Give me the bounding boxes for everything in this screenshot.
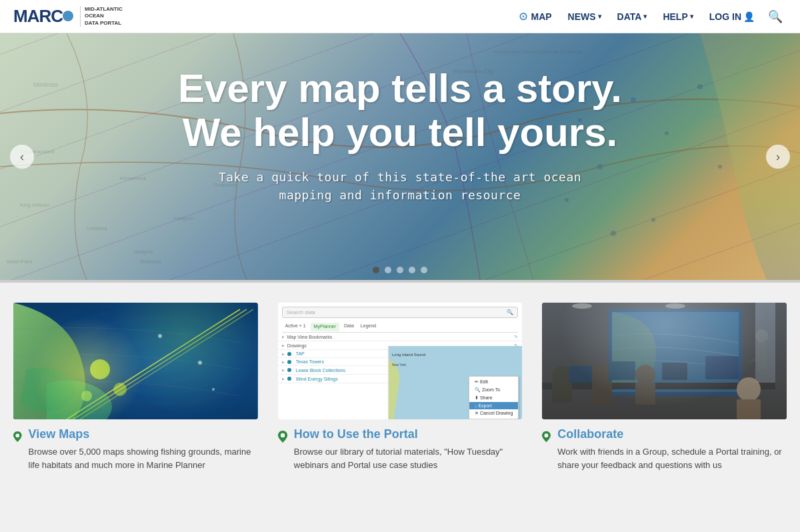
nav-map-label: MAP (531, 11, 551, 22)
svg-text:New York: New York (392, 363, 407, 367)
svg-line-31 (80, 309, 253, 419)
nav-login-label: LOG IN (709, 11, 741, 22)
feature-image-maps (13, 303, 258, 419)
feature-title-portal: How to Use the Portal (294, 427, 523, 441)
features-grid: View Maps Browse over 5,000 maps showing… (13, 303, 787, 471)
map-pin-collaborate (542, 427, 551, 446)
feature-desc-portal: Browse our library of tutorial materials… (294, 445, 523, 471)
svg-point-33 (198, 361, 202, 365)
svg-point-62 (545, 433, 549, 437)
carousel-prev-button[interactable]: ‹ (10, 145, 34, 169)
map-pin-portal (278, 427, 287, 446)
ui-tab-data: Data (341, 322, 357, 332)
search-button[interactable]: 🔍 (764, 5, 787, 28)
svg-text:Mathews: Mathews (140, 259, 161, 265)
main-nav: ⊙ MAP NEWS ▾ DATA ▾ HELP ▾ LOG IN 👤 🔍 (512, 5, 787, 28)
context-edit: ✏ Edit (469, 378, 518, 386)
dot-1[interactable] (373, 267, 379, 273)
photo-overlay (542, 303, 787, 419)
svg-rect-25 (13, 303, 258, 419)
map-nav-icon: ⊙ (519, 10, 527, 23)
nav-map[interactable]: ⊙ MAP (512, 6, 558, 27)
svg-line-29 (67, 309, 240, 419)
feature-title-collaborate: Collaborate (557, 427, 787, 441)
svg-text:West Point: West Point (7, 259, 33, 265)
feature-card-maps: View Maps Browse over 5,000 maps showing… (13, 303, 258, 471)
svg-text:Assateague Island National Sea: Assateague Island National Seashore (493, 49, 583, 55)
svg-text:Hudgins: Hudgins (133, 249, 153, 255)
carousel-next-button[interactable]: › (766, 145, 790, 169)
logo-circle-icon (63, 11, 73, 21)
feature-card-portal: Search data 🔍 Active + 1 MyPlanner Data … (278, 303, 523, 471)
ui-tab-active: Active + 1 (282, 322, 309, 332)
dot-2[interactable] (385, 267, 391, 273)
hero-headline-line1: Every map tells a story. We help you tel… (100, 67, 700, 155)
feature-image-collaborate (542, 303, 787, 419)
carousel-dots (373, 267, 427, 273)
svg-text:Montross: Montross (33, 81, 59, 88)
ui-list-item-1: Map View Bookmarks ∿ (278, 333, 523, 341)
news-dropdown-arrow: ▾ (598, 13, 601, 20)
ui-search-text: Search data (287, 309, 315, 315)
feature-info-portal: How to Use the Portal Browse our library… (278, 427, 523, 471)
svg-text:Irvington: Irvington (173, 215, 194, 221)
svg-text:King William: King William (20, 202, 49, 208)
nav-help-label: HELP (663, 11, 687, 22)
feature-card-collaborate: Collaborate Work with friends in a Group… (542, 303, 787, 471)
data-dropdown-arrow: ▾ (643, 13, 647, 20)
ui-tab-legend: Legend (357, 322, 379, 332)
svg-point-26 (90, 359, 110, 379)
help-dropdown-arrow: ▾ (690, 13, 693, 20)
feature-desc-collaborate: Work with friends in a Group, schedule a… (557, 445, 787, 471)
context-export: ↓ Export (469, 402, 518, 409)
feature-info-maps: View Maps Browse over 5,000 maps showing… (13, 427, 258, 471)
dot-5[interactable] (421, 267, 427, 273)
hero-subtext: Take a quick tour of this state-of-the a… (100, 168, 700, 204)
ui-search-bar: Search data 🔍 (282, 307, 519, 318)
nav-news-label: NEWS (568, 11, 596, 22)
logo-text: MARC (13, 6, 63, 27)
ui-tab-myplanner: MyPlanner (311, 323, 339, 331)
svg-point-5 (718, 165, 722, 169)
logo-subtitle: Mid-Atlantic OceanData Portal (80, 6, 133, 27)
svg-text:Urbanna: Urbanna (87, 225, 107, 231)
ui-mini-map: Long Island Sound New York ✏ Edit 🔍 Zoom… (388, 346, 523, 419)
map-image-1 (13, 303, 258, 419)
nav-data[interactable]: DATA ▾ (611, 7, 654, 26)
nav-news[interactable]: NEWS ▾ (561, 7, 608, 26)
feature-image-portal: Search data 🔍 Active + 1 MyPlanner Data … (278, 303, 523, 419)
logo: MARC Mid-Atlantic OceanData Portal (13, 6, 133, 27)
dot-3[interactable] (397, 267, 403, 273)
ui-context-menu: ✏ Edit 🔍 Zoom To ⬆ Share ↓ Export ✕ Canc… (469, 376, 519, 419)
site-header: MARC Mid-Atlantic OceanData Portal ⊙ MAP… (0, 0, 800, 33)
context-zoom: 🔍 Zoom To (469, 386, 518, 394)
ui-list-area: Map View Bookmarks ∿ Drawings ∿ TAP Texa… (278, 333, 523, 419)
svg-point-9 (651, 218, 655, 222)
svg-point-35 (15, 433, 19, 437)
svg-line-30 (73, 309, 247, 419)
nav-login[interactable]: LOG IN 👤 (703, 7, 761, 26)
ui-tabs: Active + 1 MyPlanner Data Legend (282, 322, 519, 333)
nav-data-label: DATA (617, 11, 642, 22)
ui-search-icon: 🔍 (507, 309, 513, 315)
context-cancel: ✕ Cancel Drawing (469, 409, 518, 417)
svg-point-34 (212, 388, 215, 391)
context-share: ⬆ Share (469, 394, 518, 402)
hero-text-block: Every map tells a story. We help you tel… (100, 67, 700, 204)
svg-point-32 (158, 334, 162, 338)
svg-point-8 (611, 231, 616, 236)
features-section: View Maps Browse over 5,000 maps showing… (0, 283, 800, 491)
feature-title-maps: View Maps (29, 427, 258, 441)
user-icon: 👤 (743, 11, 755, 22)
photo-image (542, 303, 787, 419)
svg-point-39 (281, 433, 285, 437)
svg-text:Long Island Sound: Long Island Sound (392, 353, 425, 357)
hero-carousel: Montross Pocomoke City Assateague Island… (0, 33, 800, 280)
svg-point-27 (113, 383, 127, 396)
feature-desc-maps: Browse over 5,000 maps showing fishing g… (29, 445, 258, 471)
nav-help[interactable]: HELP ▾ (656, 7, 699, 26)
ui-screenshot: Search data 🔍 Active + 1 MyPlanner Data … (278, 303, 523, 419)
map-pin-maps (13, 427, 22, 446)
svg-point-28 (81, 391, 92, 401)
dot-4[interactable] (409, 267, 415, 273)
